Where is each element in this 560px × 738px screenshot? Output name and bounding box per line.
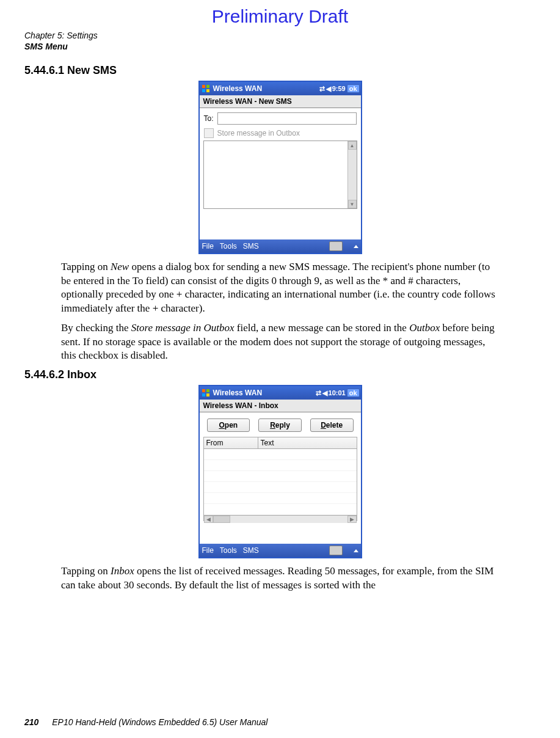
clock: 10:01 (329, 389, 346, 396)
menu-file[interactable]: File (202, 242, 214, 250)
table-hscroll[interactable]: ◀ ▶ (204, 515, 357, 523)
scroll-right-icon[interactable]: ▶ (347, 516, 357, 523)
store-outbox-label: Store message in Outbox (217, 129, 300, 137)
store-outbox-checkbox (204, 128, 214, 138)
figure-new-sms: Wireless WAN ⇄ ◀︎ 9:59 ok Wireless WAN -… (198, 81, 362, 254)
doc-title: EP10 Hand-Held (Windows Embedded 6.5) Us… (52, 717, 267, 727)
figure-inbox: Wireless WAN ⇄ ◀︎ 10:01 ok Wireless WAN … (198, 385, 362, 558)
menu-file[interactable]: File (202, 546, 214, 555)
table-row (204, 471, 357, 482)
svg-rect-2 (202, 89, 205, 92)
start-icon[interactable] (201, 84, 211, 93)
open-button[interactable]: Open (207, 418, 250, 432)
signal-icon: ⇄ (319, 85, 325, 93)
sip-up-icon[interactable] (354, 245, 358, 248)
menu-bar: File Tools SMS (200, 544, 361, 557)
ok-button[interactable]: ok (347, 389, 360, 397)
col-text[interactable]: Text (258, 437, 357, 448)
window-subtitle: Wireless WAN - Inbox (200, 400, 361, 412)
heading-new-sms: 5.44.6.1 New SMS (24, 64, 536, 77)
window-subtitle: Wireless WAN - New SMS (200, 95, 361, 108)
heading-inbox: 5.44.6.2 Inbox (24, 368, 536, 381)
header-chapter: Chapter 5: Settings (24, 30, 536, 41)
header-section: SMS Menu (24, 41, 536, 52)
textarea-scrollbar[interactable]: ▲ ▼ (347, 141, 357, 208)
svg-rect-3 (206, 89, 209, 92)
svg-rect-1 (206, 85, 209, 88)
para-new-sms-1: Tapping on New opens a dialog box for se… (61, 260, 499, 315)
table-row (204, 493, 357, 504)
svg-rect-6 (202, 393, 205, 396)
to-label: To: (204, 114, 214, 123)
keyboard-icon[interactable] (329, 546, 343, 555)
svg-rect-0 (202, 85, 205, 88)
para-inbox-1: Tapping on Inbox opens the list of recei… (61, 564, 499, 592)
svg-rect-5 (206, 389, 209, 392)
table-row (204, 504, 357, 515)
start-icon[interactable] (201, 388, 211, 398)
sip-up-icon[interactable] (354, 549, 358, 552)
scroll-up-icon[interactable]: ▲ (348, 141, 357, 150)
menu-tools[interactable]: Tools (220, 546, 237, 555)
menu-tools[interactable]: Tools (220, 242, 237, 250)
svg-rect-7 (206, 393, 209, 396)
svg-rect-4 (202, 389, 205, 392)
menu-bar: File Tools SMS (200, 239, 361, 253)
reply-button[interactable]: Reply (258, 418, 302, 432)
message-textarea[interactable]: ▲ ▼ (203, 141, 357, 209)
page-footer: 210 EP10 Hand-Held (Windows Embedded 6.5… (24, 717, 267, 727)
scroll-down-icon[interactable]: ▼ (348, 200, 357, 208)
page-number: 210 (24, 717, 38, 727)
menu-sms[interactable]: SMS (243, 242, 259, 250)
scroll-thumb[interactable] (213, 516, 230, 523)
keyboard-icon[interactable] (329, 241, 343, 251)
signal-icon: ⇄ (316, 389, 321, 397)
table-row (204, 460, 357, 471)
app-title: Wireless WAN (213, 389, 316, 397)
menu-sms[interactable]: SMS (243, 546, 259, 555)
volume-icon: ◀︎ (326, 85, 331, 93)
wm-titlebar-2: Wireless WAN ⇄ ◀︎ 10:01 ok (200, 386, 361, 400)
ok-button[interactable]: ok (347, 84, 360, 93)
clock: 9:59 (332, 85, 346, 92)
page-header: Chapter 5: Settings SMS Menu (24, 30, 536, 52)
scroll-left-icon[interactable]: ◀ (204, 516, 213, 523)
table-row (204, 482, 357, 493)
table-row (204, 449, 357, 460)
delete-button[interactable]: Delete (310, 418, 354, 432)
watermark: Preliminary Draft (24, 6, 536, 27)
to-input[interactable] (217, 112, 357, 125)
inbox-table[interactable]: From Text ◀ ▶ (203, 437, 357, 521)
app-title: Wireless WAN (213, 84, 319, 93)
wm-titlebar: Wireless WAN ⇄ ◀︎ 9:59 ok (200, 82, 361, 95)
volume-icon: ◀︎ (322, 389, 327, 397)
para-new-sms-2: By checking the Store message in Outbox … (61, 321, 499, 362)
col-from[interactable]: From (204, 437, 258, 448)
